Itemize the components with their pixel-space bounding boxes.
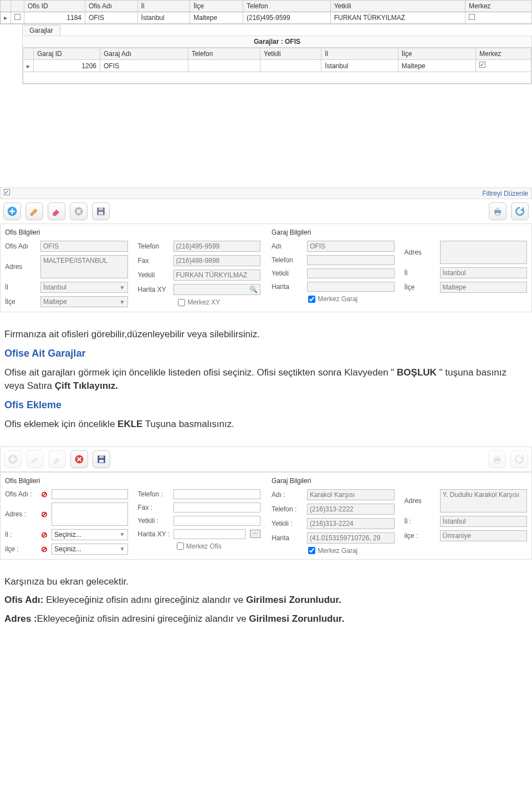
cell-ofis-adi: OFIS (85, 12, 138, 24)
gcol-adi[interactable]: Garaj Adı (100, 48, 188, 60)
print-button[interactable] (489, 202, 507, 220)
add-button[interactable] (3, 202, 21, 220)
ilce-select[interactable]: Maltepe▼ (40, 296, 128, 307)
doc-h1: Ofise Ait Garajlar (4, 347, 528, 361)
row-expander[interactable] (11, 12, 24, 24)
telefon-input[interactable]: (216)495-9599 (173, 241, 261, 252)
cell-merkez[interactable] (466, 12, 532, 24)
gcell-ilce: Maltepe (398, 60, 475, 72)
garaj-il-input[interactable]: İstanbul (440, 267, 528, 278)
merkez-garaj-checkbox[interactable] (308, 296, 315, 303)
garaj-ilce-input[interactable]: Maltepe (440, 282, 528, 293)
save-button[interactable] (92, 202, 110, 220)
lbl-g-adres: Adres (405, 248, 437, 256)
col-telefon[interactable]: Telefon (243, 1, 330, 12)
gcol-telefon[interactable]: Telefon (188, 48, 260, 60)
fax-input[interactable]: (216)488-9898 (173, 255, 261, 266)
table-row[interactable]: ▸ 1206 OFIS İstanbul Maltepe (23, 60, 531, 72)
cancel-button[interactable] (70, 450, 88, 468)
ofis-adi-input2[interactable] (52, 489, 128, 499)
svg-rect-11 (99, 455, 104, 458)
col-ilce[interactable]: İlçe (190, 1, 243, 12)
gcol-ilce[interactable]: İlçe (398, 48, 475, 60)
lbl2-ofis-adi: Ofis Adı : (5, 490, 37, 498)
garaj-grid[interactable]: Garaj ID Garaj Adı Telefon Yetkili İl İl… (23, 48, 531, 84)
garaj-telefon-input[interactable] (307, 255, 395, 265)
plus-icon (7, 454, 18, 465)
garaj-harita-input[interactable] (307, 282, 395, 292)
garaj-yetkili-input[interactable] (307, 268, 395, 278)
gcol-id[interactable]: Garaj ID (34, 48, 100, 60)
gcell-yetkili (260, 60, 321, 72)
col-ofis-id[interactable]: Ofis ID (24, 1, 85, 12)
yetkili-input[interactable]: FURKAN TÜRKYILMAZ (173, 270, 261, 281)
adres-input2[interactable] (52, 503, 128, 526)
garaj-ilce-input2[interactable]: Ümraniye (440, 530, 528, 541)
lbl2-g-harita: Harita (272, 534, 304, 542)
svg-rect-12 (99, 459, 104, 462)
garaj-adi-input[interactable]: OFIS (307, 241, 395, 252)
ofis-adi-input[interactable]: OFIS (40, 241, 128, 252)
lbl-ilce: İlçe (5, 298, 37, 306)
chevron-down-icon: ▼ (120, 531, 125, 537)
erase-button (48, 450, 66, 468)
lbl2-g-yetkili: Yetkili : (272, 520, 304, 527)
col-yetkili[interactable]: Yetkili (330, 1, 465, 12)
garaj-harita-input2[interactable]: (41.0153159710726, 29 (307, 532, 395, 544)
garaj-yetkili-input2[interactable]: (216)313-2224 (307, 518, 395, 529)
garaj-adres-input2[interactable]: Y. Dudullu Karakol Karşısı (440, 489, 528, 512)
il-select[interactable]: İstanbul▼ (40, 282, 128, 293)
doc-text: Firmanıza ait ofisleri görebilir,düzenle… (0, 312, 532, 446)
chevron-down-icon: ▼ (120, 285, 125, 291)
telefon-input2[interactable] (173, 489, 261, 499)
garaj-adi-input2[interactable]: Karakol Karşısı (307, 489, 395, 500)
col-ofis-adi[interactable]: Ofis Adı (85, 1, 138, 12)
erase-button[interactable] (48, 202, 65, 220)
gcell-merkez[interactable] (476, 60, 531, 72)
ilce-select2[interactable]: Seçiniz...▼ (52, 544, 128, 555)
merkez-garaj-checkbox2[interactable] (308, 547, 315, 554)
tab-garajlar[interactable]: Garajlar (22, 25, 60, 35)
garaj-adres-input[interactable] (440, 241, 528, 264)
gcol-merkez[interactable]: Merkez (476, 48, 531, 60)
haritaxy-input[interactable]: 🔍 (173, 284, 261, 295)
col-merkez[interactable]: Merkez (466, 1, 532, 12)
gcol-il[interactable]: İl (321, 48, 398, 60)
garaj-bilgileri-title2: Garaj Bilgileri (272, 477, 527, 485)
lbl-ofis-adi: Ofis Adı (5, 242, 37, 250)
save-button[interactable] (93, 450, 110, 468)
lbl2-ilce: ilçe : (5, 545, 37, 553)
lbl-telefon: Telefon (138, 242, 170, 250)
merkezxy-checkbox[interactable] (178, 299, 185, 306)
filter-bar: Filtreyi Düzenle (0, 187, 532, 199)
doc-h2: Ofis Ekleme (4, 398, 528, 412)
filter-checkbox[interactable] (4, 189, 10, 197)
doc-p5: Ofis Adı: Ekleyeceğiniz ofisin adını gir… (4, 593, 528, 607)
refresh-icon (514, 206, 525, 217)
ofis-grid[interactable]: Ofis ID Ofis Adı İl İlçe Telefon Yetkili… (0, 0, 532, 24)
col-il[interactable]: İl (137, 1, 190, 12)
lbl2-g-ilce: ilçe : (405, 532, 437, 540)
binoculars-icon[interactable]: 🔍 (249, 286, 258, 293)
gcol-yetkili[interactable]: Yetkili (260, 48, 321, 60)
doc-p4: Karşınıza bu ekran gelecektir. (4, 575, 528, 588)
ellipsis-button[interactable]: ⋯ (250, 530, 260, 538)
il-select2[interactable]: Seçiniz...▼ (52, 529, 128, 540)
adres-input[interactable]: MALTEPE/ISTANBUL (40, 255, 128, 278)
yetkili-input2[interactable] (173, 516, 261, 526)
cancel-button[interactable] (70, 202, 88, 220)
fax-input2[interactable] (173, 503, 261, 512)
svg-rect-7 (496, 213, 500, 215)
merkez-ofis-checkbox[interactable] (177, 542, 184, 550)
garajlar-panel: Garajlar : OFIS Garaj ID Garaj Adı Telef… (22, 35, 532, 84)
refresh-button[interactable] (511, 202, 529, 220)
garaj-il-input2[interactable]: İstanbul (440, 516, 528, 527)
table-row[interactable]: ▸ 1184 OFIS İstanbul Maltepe (216)495-95… (1, 12, 532, 24)
haritaxy-input2[interactable] (173, 529, 246, 539)
edit-button[interactable] (25, 202, 43, 220)
lbl2-merkez-garaj: Merkez Garaj (318, 547, 357, 555)
garaj-telefon-input2[interactable]: (216)313-2222 (307, 504, 395, 515)
cell-ofis-id: 1184 (24, 12, 85, 24)
filter-edit-link[interactable]: Filtreyi Düzenle (482, 190, 528, 197)
gcell-adi: OFIS (100, 60, 188, 72)
